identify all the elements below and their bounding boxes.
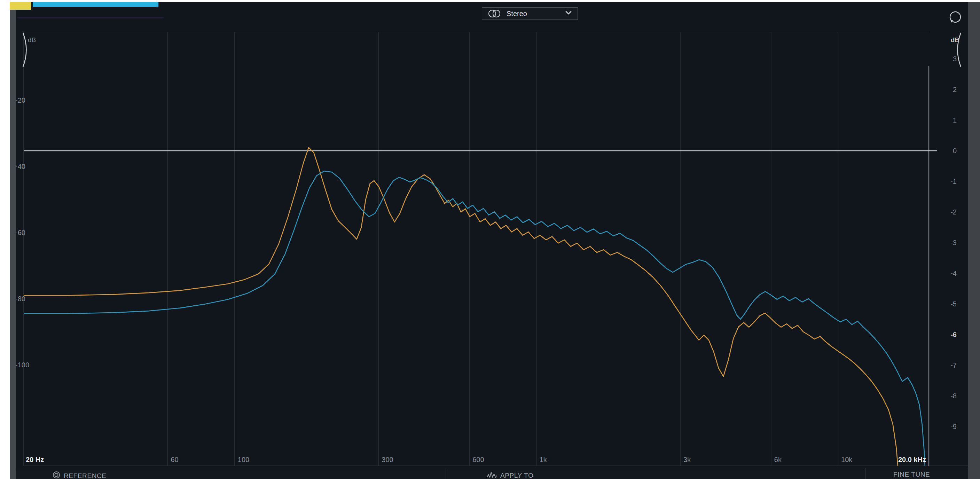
right-gain-tick-label: -4 [950, 269, 957, 277]
footer-divider [865, 468, 866, 479]
freq-tick-label: 300 [382, 456, 393, 463]
right-gain-tick-label: -9 [950, 423, 957, 430]
reference-spectrum-curve [24, 148, 899, 477]
screenshot-crop-whitespace [0, 479, 980, 485]
spectrum-plot[interactable]: 601003006001k3k6k10k-20-40-60-80-1003210… [0, 0, 980, 485]
freq-end-label: 20.0 kHz [898, 456, 926, 463]
freq-start-label: 20 Hz [26, 456, 44, 463]
right-gain-tick-label: 3 [953, 55, 957, 63]
footer-section-label: REFERENCE [64, 472, 107, 480]
reset-history-button[interactable] [945, 8, 964, 26]
left-db-tick-label: -100 [15, 361, 29, 369]
freq-tick-label: 6k [774, 456, 782, 463]
footer-section-apply-to[interactable]: APPLY TO [487, 471, 533, 480]
right-gain-tick-label: 2 [953, 86, 957, 93]
footer-bar: REFERENCE APPLY TO FINE TUNE [16, 468, 968, 479]
right-gain-tick-label: -5 [950, 300, 957, 308]
freq-tick-label: 3k [683, 456, 691, 463]
chevron-down-icon [565, 10, 572, 17]
right-gain-tick-label: 0 [953, 147, 957, 154]
left-db-tick-label: -20 [15, 97, 25, 104]
freq-tick-label: 600 [473, 456, 484, 463]
footer-section-fine-tune[interactable]: FINE TUNE [893, 471, 930, 479]
freq-tick-label: 100 [238, 456, 249, 463]
match-eq-window: Stereo 601003006001k3k6k10k-20-40-60-80-… [0, 0, 980, 485]
channel-selector-dropdown[interactable]: Stereo [482, 7, 578, 20]
freq-tick-label: 10k [841, 456, 853, 463]
right-gain-tick-label: -6 [950, 331, 957, 339]
freq-tick-label: 1k [539, 456, 547, 463]
left-axis-unit: dB [28, 36, 36, 43]
apply-to-spectrum-curve [24, 171, 926, 477]
reset-history-icon [947, 8, 963, 25]
left-db-tick-label: -80 [15, 295, 25, 302]
footer-divider [445, 468, 446, 479]
right-gain-tick-label: -7 [950, 361, 957, 369]
left-db-tick-label: -60 [15, 229, 25, 236]
right-gain-tick-label: 1 [953, 116, 957, 124]
right-gain-tick-label: -1 [950, 178, 957, 185]
footer-section-label: FINE TUNE [893, 471, 930, 479]
right-gain-tick-label: -8 [950, 392, 957, 400]
footer-section-label: APPLY TO [500, 472, 533, 479]
stereo-circles-icon [488, 10, 502, 18]
right-gain-tick-label: -3 [950, 239, 957, 246]
waveform-peaks-icon [487, 471, 497, 480]
right-gain-tick-label: -2 [950, 208, 957, 216]
channel-selector-label: Stereo [506, 10, 527, 18]
freq-tick-label: 60 [171, 456, 178, 463]
left-db-tick-label: -40 [15, 162, 25, 170]
